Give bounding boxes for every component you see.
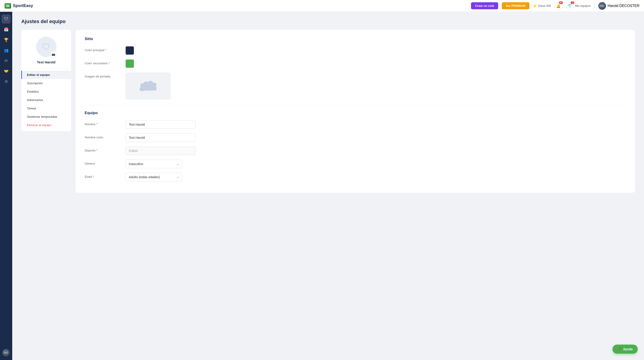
team-header: 🛡 📷 Test Harold: [21, 30, 71, 69]
menu-item-suscripcion[interactable]: Suscripción: [21, 79, 71, 88]
cover-image-placeholder[interactable]: [126, 72, 171, 100]
help-label: Ayuda: [623, 347, 633, 351]
menu-item-editar[interactable]: Editar el equipo: [21, 71, 71, 79]
edad-select-wrap: Adulto (todas edades) Sub-18 Sub-16 Sub-…: [126, 173, 182, 181]
shield-icon-large: 🛡: [42, 42, 50, 52]
imagen-portada-row: Imagen de portada: [85, 72, 626, 100]
svg-rect-7: [152, 87, 156, 90]
camera-upload-button[interactable]: 📷: [50, 51, 56, 57]
edad-row: Edad * Adulto (todas edades) Sub-18 Sub-…: [85, 173, 626, 181]
mis-equipos-label: Mis equipos: [575, 4, 590, 8]
color-secundario-row: Color secundario *: [85, 59, 626, 68]
color-secundario-swatch[interactable]: [126, 59, 134, 68]
genero-label: Género: [85, 160, 121, 165]
sidebar-item-calendar[interactable]: 📅: [2, 25, 11, 34]
edad-select[interactable]: Adulto (todas edades) Sub-18 Sub-16 Sub-…: [126, 173, 182, 181]
deporte-input[interactable]: [126, 146, 196, 155]
left-menu: Editar el equipo Suscripción Estadios Ad…: [21, 69, 71, 131]
ser-premium-button[interactable]: Ser PREMIUM: [502, 2, 530, 9]
topnav: SE SportEasy Crear un club Ser PREMIUM ⭐…: [0, 0, 644, 12]
sidebar-item-mail[interactable]: ✉: [2, 56, 11, 65]
nombre-row: Nombre *: [85, 120, 626, 129]
edad-control: Adulto (todas edades) Sub-18 Sub-16 Sub-…: [126, 173, 198, 181]
nombre-label: Nombre *: [85, 120, 121, 126]
menu-item-estadios[interactable]: Estadios: [21, 88, 71, 96]
deporte-control: [126, 146, 198, 155]
deporte-label: Deporte *: [85, 146, 121, 152]
genero-control: masculino femenino mixto: [126, 160, 198, 168]
jersey-badge: 1: [571, 1, 574, 4]
menu-item-adversarios[interactable]: Adversarios: [21, 96, 71, 104]
color-principal-label: Color principal *: [85, 46, 121, 52]
nombre-input[interactable]: [126, 120, 196, 129]
nombre-corto-row: Nombre corto: [85, 133, 626, 142]
nombre-control: [126, 120, 198, 129]
sidebar: 🛡 📅 🏆 👥 ✉ 🤝 ⚙ HD: [0, 12, 12, 360]
genero-row: Género masculino femenino mixto: [85, 160, 626, 168]
sidebar-avatar-img: HD: [2, 349, 10, 356]
content-area: Ajustes del equipo 🛡 📷 Test Harold Edita…: [12, 12, 644, 360]
crear-club-button[interactable]: Crear un club: [471, 2, 498, 9]
notifications-button[interactable]: 🔔 9+: [554, 2, 562, 10]
sitio-section-title: Sitio: [85, 37, 626, 41]
mis-equipos-group[interactable]: 👕 1 Mis equipos: [566, 2, 590, 10]
color-principal-swatch[interactable]: [126, 46, 134, 55]
sidebar-item-shield[interactable]: 🛡: [2, 14, 11, 24]
help-icon: ❓: [618, 347, 621, 351]
menu-item-tareas[interactable]: Tareas: [21, 104, 71, 112]
user-menu[interactable]: HD Harold DECOSTER: [598, 2, 640, 10]
equipo-section-title: Equipo: [85, 111, 626, 115]
right-panel: Sitio Color principal * Color secundario…: [76, 30, 635, 193]
topnav-actions: Crear un club Ser PREMIUM ⭐ Gana 20€ 🔔 9…: [471, 2, 640, 10]
section-divider: [85, 105, 626, 105]
page-title: Ajustes del equipo: [21, 18, 635, 24]
gana-label: Gana 20€: [538, 4, 551, 8]
genero-select[interactable]: masculino femenino mixto: [126, 160, 182, 168]
avatar: HD: [598, 2, 606, 10]
logo[interactable]: SE SportEasy: [4, 3, 33, 8]
sidebar-item-handshake[interactable]: 🤝: [2, 66, 11, 76]
sidebar-item-trophy[interactable]: 🏆: [2, 35, 11, 44]
cover-image-svg: [138, 79, 158, 93]
team-name-label: Test Harold: [37, 60, 55, 64]
sidebar-item-avatar[interactable]: HD: [2, 348, 11, 357]
gana-group[interactable]: ⭐ Gana 20€: [533, 4, 551, 8]
jersey-icon: 👕 1: [566, 2, 574, 10]
notif-badge: 9+: [559, 1, 563, 4]
deporte-row: Deporte *: [85, 146, 626, 155]
star-icon: ⭐: [533, 4, 537, 8]
user-name: Harold DECOSTER: [608, 4, 640, 8]
color-principal-row: Color principal *: [85, 46, 626, 55]
sidebar-item-team[interactable]: 👥: [2, 46, 11, 55]
color-principal-control: [126, 46, 198, 55]
genero-select-wrap: masculino femenino mixto: [126, 160, 182, 168]
nombre-corto-label: Nombre corto: [85, 133, 121, 139]
nav-divider: [594, 3, 595, 9]
edad-label: Edad *: [85, 173, 121, 178]
color-secundario-control: [126, 59, 198, 68]
logo-icon: SE: [4, 3, 11, 8]
brand-name: SportEasy: [13, 4, 33, 8]
sidebar-item-settings[interactable]: ⚙: [2, 77, 11, 86]
team-logo-wrap: 🛡 📷: [36, 37, 56, 57]
menu-item-eliminar[interactable]: Eliminar el equipo: [21, 121, 71, 129]
settings-layout: 🛡 📷 Test Harold Editar el equipo Suscrip…: [21, 30, 635, 193]
main-layout: 🛡 📅 🏆 👥 ✉ 🤝 ⚙ HD Ajustes del equipo 🛡 📷: [0, 12, 644, 360]
imagen-portada-label: Imagen de portada: [85, 72, 121, 78]
imagen-portada-control: [126, 72, 198, 100]
nombre-corto-input[interactable]: [126, 133, 196, 142]
color-secundario-label: Color secundario *: [85, 59, 121, 65]
menu-item-temporadas[interactable]: Gestionar temporadas: [21, 112, 71, 121]
nombre-corto-control: [126, 133, 198, 142]
left-panel: 🛡 📷 Test Harold Editar el equipo Suscrip…: [21, 30, 71, 131]
help-button[interactable]: ❓ Ayuda: [612, 344, 638, 354]
